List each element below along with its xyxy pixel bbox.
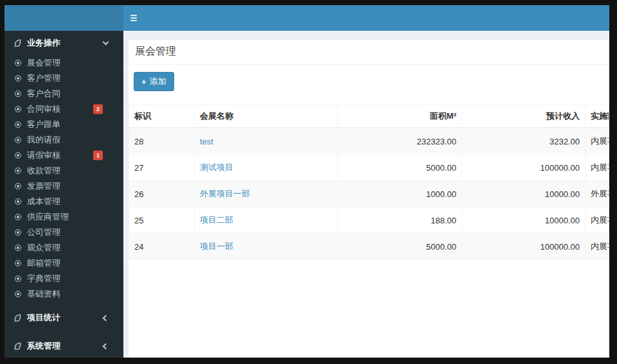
exhibition-card: 展会管理 + 添加 标识 会展名称 面积M² 预计收入 实施部门 bbox=[129, 40, 609, 358]
sidebar-item[interactable]: 客户管理 bbox=[4, 71, 123, 86]
sidebar-section-project-stats[interactable]: 项目统计 bbox=[4, 306, 123, 330]
sidebar-item[interactable]: 客户合同 bbox=[4, 86, 123, 101]
navbar-main bbox=[123, 5, 609, 31]
notification-badge: 1 bbox=[93, 151, 103, 160]
cell-name: 测试项目 bbox=[195, 155, 338, 181]
sidebar-item[interactable]: 客户跟单 bbox=[4, 117, 123, 132]
chevron-left-icon bbox=[103, 315, 109, 322]
circle-dot-icon bbox=[15, 152, 21, 159]
sidebar-item[interactable]: 发票管理 bbox=[4, 178, 123, 194]
add-button[interactable]: + 添加 bbox=[134, 72, 174, 91]
cell-dept: 内展项目 bbox=[586, 128, 609, 155]
page-title: 展会管理 bbox=[129, 40, 609, 65]
column-header-area: 面积M² bbox=[338, 105, 462, 128]
cell-income: 10000.00 bbox=[462, 207, 586, 234]
cell-name: 项目二部 bbox=[195, 207, 338, 234]
column-header-name: 会展名称 bbox=[195, 105, 338, 128]
exhibition-link[interactable]: test bbox=[200, 137, 213, 146]
circle-dot-icon bbox=[15, 137, 21, 143]
sidebar-section-label: 系统管理 bbox=[27, 340, 60, 352]
sidebar-menu: 展会管理 客户管理 客户合同 合同审核 2 客户跟单 我的请假 请假审核 1 收… bbox=[4, 55, 123, 302]
cell-dept: 内展项目 bbox=[586, 207, 609, 234]
chevron-left-icon bbox=[103, 343, 109, 350]
cell-id: 27 bbox=[129, 155, 195, 181]
sidebar-item-label: 客户跟单 bbox=[27, 119, 60, 130]
sidebar-item-label: 合同审核 bbox=[27, 103, 60, 115]
toolbar: + 添加 bbox=[129, 65, 609, 91]
sidebar-item-label: 客户管理 bbox=[27, 73, 60, 84]
table-row: 25 项目二部 188.00 10000.00 内展项目 bbox=[129, 207, 609, 234]
sidebar-item[interactable]: 供应商管理 bbox=[4, 209, 123, 225]
circle-dot-icon bbox=[15, 260, 21, 266]
cell-area: 1000.00 bbox=[338, 181, 462, 207]
sidebar-item[interactable]: 合同审核 2 bbox=[4, 101, 123, 117]
cell-dept: 内展项目 bbox=[586, 234, 609, 260]
circle-dot-icon bbox=[15, 75, 21, 82]
sidebar-item-label: 客户合同 bbox=[27, 88, 60, 100]
sidebar-item-label: 字典管理 bbox=[27, 273, 60, 284]
circle-dot-icon bbox=[15, 60, 21, 66]
sidebar-section-label: 业务操作 bbox=[27, 37, 60, 49]
sidebar-item[interactable]: 收款管理 bbox=[4, 163, 123, 178]
sidebar-item[interactable]: 观众管理 bbox=[4, 240, 123, 256]
table-row: 28 test 232323.00 3232.00 内展项目 bbox=[129, 128, 609, 155]
table-header-row: 标识 会展名称 面积M² 预计收入 实施部门 bbox=[129, 105, 609, 128]
sidebar-item-label: 供应商管理 bbox=[27, 211, 69, 223]
sidebar-item-label: 成本管理 bbox=[27, 196, 60, 207]
sidebar-item[interactable]: 字典管理 bbox=[4, 271, 123, 286]
cell-id: 28 bbox=[129, 128, 195, 155]
sidebar-item[interactable]: 展会管理 bbox=[4, 55, 123, 71]
cell-dept: 内展项目 bbox=[586, 155, 609, 181]
circle-dot-icon bbox=[15, 121, 21, 128]
exhibition-link[interactable]: 项目二部 bbox=[200, 215, 233, 225]
sidebar-item-label: 基础资料 bbox=[27, 288, 60, 300]
circle-dot-icon bbox=[15, 106, 21, 112]
notification-badge: 2 bbox=[93, 105, 103, 114]
circle-dot-icon bbox=[15, 214, 21, 220]
leaf-icon bbox=[13, 342, 22, 351]
cell-name: test bbox=[195, 128, 338, 155]
plus-icon: + bbox=[141, 78, 147, 86]
exhibition-table: 标识 会展名称 面积M² 预计收入 实施部门 28 test 232323.00… bbox=[129, 105, 609, 260]
sidebar-item[interactable]: 基础资料 bbox=[4, 286, 123, 302]
circle-dot-icon bbox=[15, 198, 21, 205]
circle-dot-icon bbox=[15, 168, 21, 174]
leaf-icon bbox=[13, 313, 22, 322]
exhibition-link[interactable]: 测试项目 bbox=[200, 162, 233, 172]
cell-income: 100000.00 bbox=[462, 155, 586, 181]
cell-income: 10000.00 bbox=[462, 181, 586, 207]
table-row: 27 测试项目 5000.00 100000.00 内展项目 bbox=[129, 155, 609, 181]
exhibition-link[interactable]: 项目一部 bbox=[200, 241, 233, 251]
exhibition-link[interactable]: 外展项目一部 bbox=[200, 189, 250, 198]
cell-id: 25 bbox=[129, 207, 195, 234]
sidebar-item[interactable]: 成本管理 bbox=[4, 194, 123, 209]
sidebar-section-system-mgmt[interactable]: 系统管理 bbox=[4, 334, 123, 358]
column-header-income: 预计收入 bbox=[462, 105, 586, 128]
sidebar-item-label: 请假审核 bbox=[27, 150, 60, 161]
table-row: 24 项目一部 5000.00 100000.00 内展项目 bbox=[129, 234, 609, 260]
cell-area: 232323.00 bbox=[338, 128, 462, 155]
sidebar-item-label: 观众管理 bbox=[27, 242, 60, 254]
circle-dot-icon bbox=[15, 245, 21, 251]
circle-dot-icon bbox=[15, 291, 21, 297]
circle-dot-icon bbox=[15, 229, 21, 236]
column-header-id: 标识 bbox=[129, 105, 195, 128]
add-button-label: 添加 bbox=[150, 76, 166, 87]
hamburger-icon[interactable] bbox=[123, 5, 145, 31]
cell-income: 100000.00 bbox=[462, 234, 586, 260]
sidebar-item-label: 邮箱管理 bbox=[27, 257, 60, 269]
sidebar-item-label: 公司管理 bbox=[27, 227, 60, 238]
sidebar-item[interactable]: 公司管理 bbox=[4, 225, 123, 240]
circle-dot-icon bbox=[15, 91, 21, 97]
leaf-icon bbox=[13, 39, 22, 48]
sidebar-item[interactable]: 请假审核 1 bbox=[4, 148, 123, 163]
sidebar-item[interactable]: 我的请假 bbox=[4, 132, 123, 148]
top-navbar bbox=[4, 5, 609, 31]
sidebar-item-label: 展会管理 bbox=[27, 57, 60, 69]
sidebar: 业务操作 展会管理 客户管理 客户合同 合同审核 2 客户跟单 我的请假 请假审… bbox=[4, 31, 123, 358]
sidebar-item[interactable]: 邮箱管理 bbox=[4, 256, 123, 271]
circle-dot-icon bbox=[15, 275, 21, 282]
sidebar-section-business-ops[interactable]: 业务操作 bbox=[4, 31, 123, 55]
cell-dept: 外展项目 bbox=[586, 181, 609, 207]
cell-area: 5000.00 bbox=[338, 155, 462, 181]
